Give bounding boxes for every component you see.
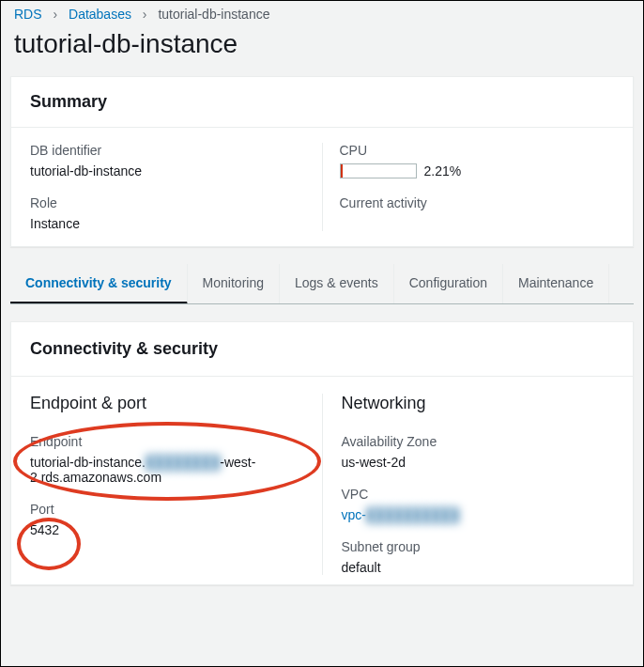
redacted-text: ████████: [146, 455, 220, 470]
port-label: Port: [30, 502, 303, 517]
tabs: Connectivity & security Monitoring Logs …: [10, 264, 634, 304]
subnet-group-value: default: [342, 560, 615, 575]
page-root: RDS › Databases › tutorial-db-instance t…: [0, 0, 644, 667]
role-label: Role: [30, 195, 305, 210]
connectivity-panel: Connectivity & security Endpoint & port …: [10, 321, 634, 585]
az-label: Availability Zone: [342, 434, 615, 449]
tab-maintenance[interactable]: Maintenance: [503, 264, 609, 303]
subnet-group-label: Subnet group: [342, 539, 615, 554]
summary-panel: Summary DB identifier tutorial-db-instan…: [10, 76, 634, 247]
tab-configuration[interactable]: Configuration: [394, 264, 503, 303]
breadcrumb-rds[interactable]: RDS: [14, 7, 42, 22]
chevron-right-icon: ›: [143, 7, 147, 22]
vpc-link[interactable]: vpc-: [342, 507, 366, 522]
tab-monitoring[interactable]: Monitoring: [188, 264, 280, 303]
endpoint-value: tutorial-db-instance.████████-west-2.rds…: [30, 455, 303, 485]
cpu-label: CPU: [340, 143, 615, 158]
db-identifier-label: DB identifier: [30, 143, 305, 158]
role-value: Instance: [30, 216, 305, 231]
cpu-value: 2.21%: [424, 163, 462, 178]
vpc-value: vpc-██████████: [342, 507, 615, 522]
db-identifier-value: tutorial-db-instance: [30, 163, 305, 178]
chevron-right-icon: ›: [53, 7, 57, 22]
endpoint-port-heading: Endpoint & port: [30, 394, 303, 413]
redacted-text: ██████████: [366, 507, 459, 522]
connectivity-heading: Connectivity & security: [11, 322, 633, 377]
az-value: us-west-2d: [342, 455, 615, 470]
breadcrumb-current: tutorial-db-instance: [158, 7, 269, 22]
cpu-usage-bar: [340, 163, 417, 178]
port-value: 5432: [30, 522, 303, 537]
cpu-value-row: 2.21%: [340, 163, 615, 178]
tab-logs[interactable]: Logs & events: [280, 264, 394, 303]
page-title: tutorial-db-instance: [14, 29, 630, 59]
vpc-label: VPC: [342, 487, 615, 502]
current-activity-label: Current activity: [340, 195, 615, 210]
breadcrumb: RDS › Databases › tutorial-db-instance: [1, 1, 643, 23]
networking-heading: Networking: [342, 394, 615, 413]
summary-heading: Summary: [11, 77, 633, 128]
tab-connectivity[interactable]: Connectivity & security: [10, 264, 188, 304]
breadcrumb-databases[interactable]: Databases: [69, 7, 131, 22]
endpoint-label: Endpoint: [30, 434, 303, 449]
